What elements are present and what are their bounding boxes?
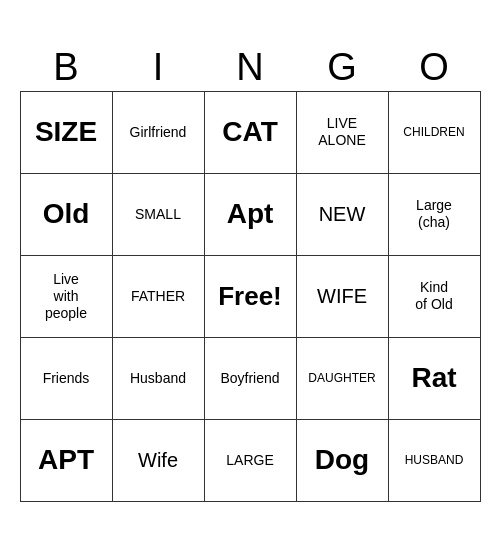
bingo-cell: Friends (20, 337, 112, 419)
cell-label: CAT (209, 96, 292, 169)
header-letter: N (204, 42, 296, 91)
bingo-cell: Live with people (20, 255, 112, 337)
bingo-cell: NEW (296, 173, 388, 255)
bingo-cell: Husband (112, 337, 204, 419)
bingo-header: BINGO (20, 42, 480, 91)
table-row: FriendsHusbandBoyfriendDAUGHTERRat (20, 337, 480, 419)
bingo-cell: Boyfriend (204, 337, 296, 419)
cell-label: Live with people (25, 260, 108, 333)
bingo-cell: Free! (204, 255, 296, 337)
cell-label: APT (25, 424, 108, 497)
bingo-cell: Dog (296, 419, 388, 501)
bingo-cell: Girlfriend (112, 91, 204, 173)
bingo-cell: APT (20, 419, 112, 501)
header-letter: I (112, 42, 204, 91)
table-row: SIZEGirlfriendCATLIVE ALONECHILDREN (20, 91, 480, 173)
bingo-cell: WIFE (296, 255, 388, 337)
bingo-cell: LIVE ALONE (296, 91, 388, 173)
cell-label: Free! (209, 260, 292, 333)
cell-label: WIFE (301, 260, 384, 333)
bingo-cell: Apt (204, 173, 296, 255)
cell-label: CHILDREN (393, 96, 476, 169)
cell-label: Old (25, 178, 108, 251)
cell-label: Husband (117, 342, 200, 415)
bingo-cell: SIZE (20, 91, 112, 173)
bingo-card: BINGO SIZEGirlfriendCATLIVE ALONECHILDRE… (20, 42, 481, 502)
bingo-cell: Large (cha) (388, 173, 480, 255)
bingo-cell: CHILDREN (388, 91, 480, 173)
cell-label: Apt (209, 178, 292, 251)
cell-label: Girlfriend (117, 96, 200, 169)
bingo-cell: Old (20, 173, 112, 255)
bingo-cell: Kind of Old (388, 255, 480, 337)
bingo-cell: SMALL (112, 173, 204, 255)
bingo-grid: SIZEGirlfriendCATLIVE ALONECHILDRENOldSM… (20, 91, 481, 502)
cell-label: Wife (117, 424, 200, 497)
cell-label: HUSBAND (393, 424, 476, 497)
table-row: Live with peopleFATHERFree!WIFEKind of O… (20, 255, 480, 337)
cell-label: FATHER (117, 260, 200, 333)
cell-label: Friends (25, 342, 108, 415)
bingo-cell: CAT (204, 91, 296, 173)
cell-label: LARGE (209, 424, 292, 497)
table-row: APTWifeLARGEDogHUSBAND (20, 419, 480, 501)
cell-label: DAUGHTER (301, 342, 384, 415)
cell-label: Dog (301, 424, 384, 497)
bingo-cell: Wife (112, 419, 204, 501)
cell-label: NEW (301, 178, 384, 251)
header-letter: B (20, 42, 112, 91)
cell-label: Boyfriend (209, 342, 292, 415)
bingo-cell: Rat (388, 337, 480, 419)
cell-label: Large (cha) (393, 178, 476, 251)
cell-label: LIVE ALONE (301, 96, 384, 169)
bingo-cell: DAUGHTER (296, 337, 388, 419)
cell-label: Kind of Old (393, 260, 476, 333)
header-letter: G (296, 42, 388, 91)
cell-label: SMALL (117, 178, 200, 251)
bingo-cell: LARGE (204, 419, 296, 501)
header-letter: O (388, 42, 480, 91)
bingo-cell: FATHER (112, 255, 204, 337)
cell-label: SIZE (25, 96, 108, 169)
bingo-cell: HUSBAND (388, 419, 480, 501)
table-row: OldSMALLAptNEWLarge (cha) (20, 173, 480, 255)
cell-label: Rat (393, 342, 476, 415)
